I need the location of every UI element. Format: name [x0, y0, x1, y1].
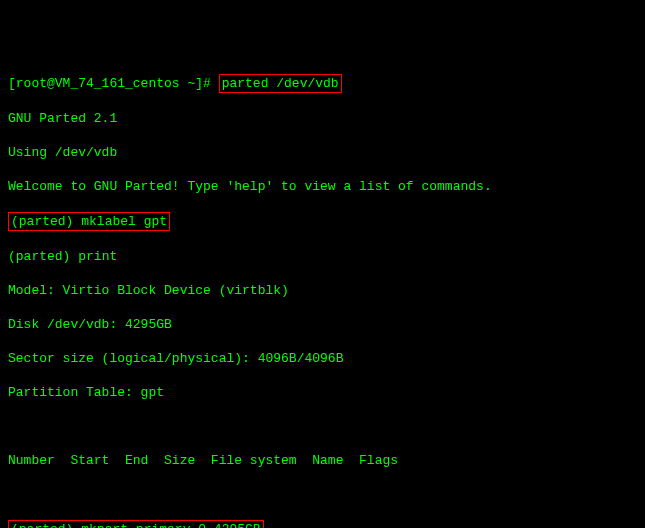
parted-mkpart-line: (parted) mkpart primary 0 4295GB [8, 520, 637, 528]
parted-prompt: (parted) [8, 249, 70, 264]
parted-mklabel-line: (parted) mklabel gpt [8, 212, 637, 231]
parted-print1-line: (parted) print [8, 248, 637, 265]
info1-disk: Disk /dev/vdb: 4295GB [8, 316, 637, 333]
table1-header: Number Start End Size File system Name F… [8, 452, 637, 469]
banner-line-2: Using /dev/vdb [8, 144, 637, 161]
banner-line-1: GNU Parted 2.1 [8, 110, 637, 127]
cmd-mklabel-hl: (parted) mklabel gpt [8, 212, 170, 231]
shell-prompt: [root@VM_74_161_centos ~]# [8, 76, 211, 91]
cmd-parted: parted /dev/vdb [219, 74, 342, 93]
cmd-mklabel: mklabel gpt [81, 214, 167, 229]
info1-model: Model: Virtio Block Device (virtblk) [8, 282, 637, 299]
cmd-print1: print [78, 249, 117, 264]
parted-prompt: (parted) [11, 214, 73, 229]
cmd-mkpart-hl: (parted) mkpart primary 0 4295GB [8, 520, 264, 528]
info1-ptable: Partition Table: gpt [8, 384, 637, 401]
info1-sector: Sector size (logical/physical): 4096B/40… [8, 350, 637, 367]
parted-prompt: (parted) [11, 522, 73, 528]
blank-2 [8, 486, 637, 503]
cmd-mkpart: mkpart primary 0 4295GB [81, 522, 260, 528]
blank-1 [8, 418, 637, 435]
shell-prompt-line-1: [root@VM_74_161_centos ~]# parted /dev/v… [8, 74, 637, 93]
banner-line-3: Welcome to GNU Parted! Type 'help' to vi… [8, 178, 637, 195]
